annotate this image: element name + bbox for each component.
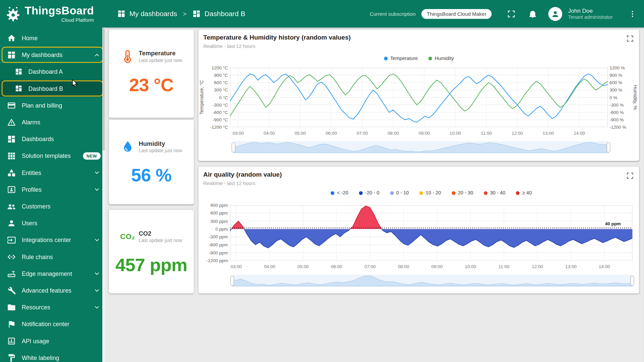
resources-icon: [7, 303, 16, 312]
sidebar-item-dashboard-b[interactable]: Dashboard B: [0, 80, 105, 97]
more-menu-icon[interactable]: [628, 9, 637, 18]
x-tick-label: 08:00: [383, 130, 404, 135]
sidebar-item-plan-and-billing[interactable]: Plan and billing: [0, 97, 105, 114]
range-handle-right[interactable]: [607, 142, 610, 152]
temperature-value: 23 °C: [109, 75, 194, 95]
user-role: Tenant administrator: [568, 14, 613, 20]
humidity-widget[interactable]: Humidity Last update just now 56 %: [109, 120, 194, 204]
x-tick-label: 04:00: [259, 264, 280, 269]
sidebar-item-users[interactable]: Users: [0, 215, 105, 231]
user-info[interactable]: John Doe Tenant administrator: [568, 7, 613, 20]
breadcrumb-my-dashboards[interactable]: My dashboards: [117, 9, 177, 18]
thingsboard-logo-icon: [4, 5, 22, 23]
sidebar-item-label: Profiles: [22, 186, 93, 193]
sidebar-item-resources[interactable]: Resources: [0, 299, 105, 315]
sidebar-item-white-labeling[interactable]: White labeling: [0, 349, 105, 362]
dashgrid-icon: [7, 50, 16, 59]
legend-item-10-20[interactable]: 10 - 20: [420, 190, 441, 196]
widget-subtitle: Last update just now: [139, 58, 182, 63]
chevron-down-icon: [93, 186, 101, 193]
x-tick-label: 14:00: [569, 130, 590, 135]
breadcrumb-root-label: My dashboards: [129, 10, 177, 18]
sidebar-item-notification-center[interactable]: Notification center: [0, 316, 105, 333]
y-tick-label: 1200 °C: [206, 65, 228, 70]
legend-item-30-40[interactable]: 30 - 40: [484, 190, 505, 196]
advanced-icon: [7, 286, 16, 295]
chart-subtitle: Realtime - last 12 hours: [203, 44, 255, 49]
co2-widget[interactable]: CO₂ CO2 Last update just now 457 ppm: [109, 210, 194, 294]
y-tick-label: -1200 ppm: [205, 258, 228, 263]
area-chart-plot[interactable]: [230, 205, 633, 262]
expand-chart-icon[interactable]: [626, 172, 634, 180]
y-tick-label: -600 ppm: [205, 242, 228, 247]
range-handle-left[interactable]: [230, 276, 234, 286]
sidebar-item-edge-management[interactable]: Edge management: [0, 265, 105, 282]
temperature-widget[interactable]: Temperature Last update just now 23 °C: [109, 29, 194, 118]
sidebar-item-api-usage[interactable]: API usage: [0, 333, 105, 349]
chevron-down-icon: [93, 287, 101, 294]
breadcrumb-current-label: Dashboard B: [205, 10, 246, 18]
y-tick-label: 0 °C: [206, 95, 228, 100]
sidebar-item-rule-chains[interactable]: Rule chains: [0, 248, 105, 265]
sidebar-item-dashboard-a[interactable]: Dashboard A: [0, 63, 105, 80]
legend-item-temperature[interactable]: Temperature: [384, 55, 418, 61]
entities-icon: [7, 168, 16, 177]
legend-item-20-30[interactable]: 20 - 30: [452, 190, 473, 196]
legend-item-40[interactable]: ≥ 40: [516, 190, 532, 196]
y-tick-label: 0 %: [609, 95, 632, 100]
range-handle-left[interactable]: [232, 142, 235, 152]
sidebar-item-solution-templates[interactable]: Solution templatesNEW: [0, 147, 105, 164]
sidebar-item-my-dashboards[interactable]: My dashboards: [0, 46, 105, 63]
sidebar-item-label: Dashboard A: [28, 68, 105, 75]
sidebar-item-label: Resources: [22, 304, 93, 311]
y-tick-label: 600 ppm: [205, 211, 228, 216]
line-chart-plot[interactable]: [230, 68, 608, 129]
widget-subtitle: Last update just now: [139, 148, 182, 153]
legend-item-humidity[interactable]: Humidity: [429, 55, 454, 61]
legend-label: < -20: [337, 190, 348, 196]
widget-title: Humidity: [139, 140, 182, 147]
sidebar-item-alarms[interactable]: Alarms: [0, 114, 105, 130]
x-tick-label: 03:00: [228, 130, 249, 135]
sidebar-item-label: Alarms: [22, 119, 105, 125]
y-axis-title-left: Temperature, °C: [198, 68, 204, 127]
sidebar-item-label: Entities: [22, 169, 93, 176]
subscription-plan-pill[interactable]: ThingsBoard Cloud Maker: [421, 9, 492, 18]
breadcrumb-dashboard-b[interactable]: Dashboard B: [192, 9, 245, 18]
legend-dot: [452, 191, 455, 195]
sidebar-scrollbar-thumb[interactable]: [103, 27, 105, 150]
sidebar-item-entities[interactable]: Entities: [0, 164, 105, 181]
chart-title: Air quality (random value): [203, 171, 282, 178]
chevron-down-icon: [93, 169, 101, 176]
chart-range-selector[interactable]: [233, 141, 609, 154]
dashboard-icon: [15, 84, 22, 92]
x-tick-label: 06:00: [321, 130, 341, 135]
fullscreen-icon[interactable]: [506, 9, 516, 18]
notifications-bell-icon[interactable]: [528, 9, 538, 18]
dashboard-content: Temperature Last update just now 23 °C H…: [105, 27, 644, 362]
sidebar-item-dashboards[interactable]: Dashboards: [0, 130, 105, 147]
sidebar-item-advanced-features[interactable]: Advanced features: [0, 282, 105, 299]
legend-label: 0 - 10: [396, 190, 409, 196]
legend-label: ≥ 40: [522, 190, 532, 196]
dashboard-icon: [15, 68, 22, 75]
sidebar-item-profiles[interactable]: Profiles: [0, 181, 105, 198]
sidebar-item-home[interactable]: Home: [0, 29, 105, 46]
sidebar-item-label: My dashboards: [22, 52, 93, 58]
dashboard-icon: [7, 134, 16, 143]
legend-item-20[interactable]: < -20: [331, 190, 348, 196]
sidebar-item-customers[interactable]: Customers: [0, 198, 105, 215]
new-badge: NEW: [83, 152, 101, 160]
sidebar-item-integrations-center[interactable]: Integrations center: [0, 232, 105, 248]
brand-logo[interactable]: ThingsBoard Cloud Platform: [0, 5, 105, 23]
legend-item-0-10[interactable]: 0 - 10: [390, 190, 409, 196]
legend-item-20-0[interactable]: -20 - 0: [359, 190, 379, 196]
avatar[interactable]: [548, 7, 562, 21]
y-tick-label: 900 ppm: [205, 203, 228, 208]
sidebar-scrollbar[interactable]: [102, 27, 105, 362]
chart-range-selector[interactable]: [232, 275, 633, 287]
expand-chart-icon[interactable]: [626, 35, 634, 43]
range-handle-right[interactable]: [631, 276, 634, 286]
widget-title: Temperature: [139, 50, 182, 57]
y-axis-labels-right: 1200 %900 %600 %300 %0 %-300 %-600 %-900…: [609, 68, 632, 127]
